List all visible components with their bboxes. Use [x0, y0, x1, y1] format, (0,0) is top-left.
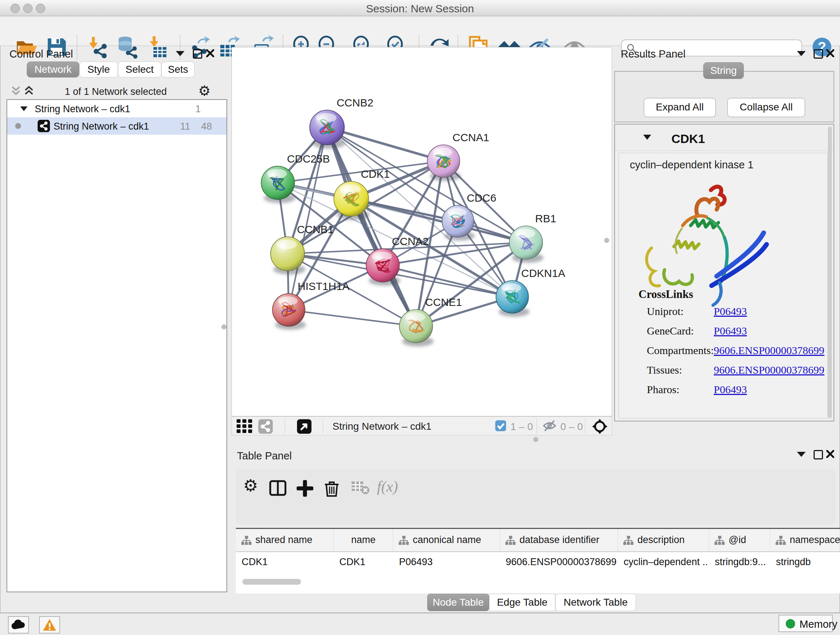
tab-style[interactable]: Style: [79, 62, 118, 78]
crosslink-uniprot[interactable]: P06493: [714, 305, 747, 318]
node-label-CCNA2: CCNA2: [392, 235, 429, 247]
expand-all-chevron-icon[interactable]: [24, 86, 34, 96]
network-node-CCNB2[interactable]: [309, 110, 346, 149]
expand-all-button[interactable]: Expand All: [644, 98, 716, 117]
network-node-CCNE1[interactable]: [399, 310, 434, 347]
column-header-name[interactable]: name: [333, 529, 393, 551]
left-splitter-handle[interactable]: [221, 325, 226, 329]
network-edge-CDK1-RB1[interactable]: [351, 199, 526, 242]
cloud-status-icon[interactable]: [8, 616, 29, 633]
hidden-eye-slash-icon[interactable]: [542, 420, 557, 433]
node-label-RB1: RB1: [535, 212, 556, 225]
table-panel-float-icon[interactable]: [813, 450, 823, 459]
tab-select[interactable]: Select: [118, 62, 161, 78]
string-network-badge-icon: [38, 120, 50, 132]
results-panel-close-icon[interactable]: [826, 49, 834, 57]
table-panel-close-icon[interactable]: [826, 450, 834, 458]
table-cell[interactable]: P06493: [399, 556, 499, 568]
network-share-icon[interactable]: [258, 419, 273, 434]
crosslink-compartments[interactable]: 9606.ENSP00000378699: [714, 344, 824, 356]
results-panel-menu-icon[interactable]: [797, 51, 806, 56]
gene-section-header[interactable]: CDK1: [615, 125, 834, 151]
crosslink-genecard[interactable]: P06493: [714, 325, 747, 337]
column-header-shared-name[interactable]: shared name: [236, 529, 333, 551]
table-cell[interactable]: CDK1: [242, 556, 332, 568]
table-panel-menu-icon[interactable]: [797, 452, 806, 457]
tree-row-network[interactable]: String Network – cdk1 11 48: [7, 117, 226, 135]
column-header-canonical-name[interactable]: canonical name: [393, 529, 500, 551]
network-edge-CCNB2-CCNE1[interactable]: [327, 127, 416, 326]
memory-status-dot-icon: [786, 619, 795, 629]
control-panel-menu-icon[interactable]: [176, 51, 185, 56]
network-edge-HIST1H1A-CCNE1[interactable]: [289, 310, 416, 326]
fit-content-crosshair-icon[interactable]: [592, 418, 608, 436]
network-node-RB1[interactable]: [509, 226, 544, 263]
tree-row-collection[interactable]: String Network – cdk1 1: [7, 100, 226, 117]
results-panel-float-icon[interactable]: [813, 49, 823, 59]
node-table[interactable]: shared namenamecanonical namedatabase id…: [236, 528, 840, 593]
delete-column-icon[interactable]: [324, 480, 339, 499]
grid-view-icon[interactable]: [237, 419, 253, 435]
import-network-icon[interactable]: [85, 35, 109, 59]
function-builder-icon[interactable]: f(x): [377, 478, 398, 495]
tab-node-table[interactable]: Node Table: [427, 594, 489, 611]
network-node-CDK1[interactable]: [334, 181, 370, 220]
node-label-CDC25B: CDC25B: [287, 153, 330, 165]
node-label-CCNE1: CCNE1: [425, 296, 462, 308]
add-column-icon[interactable]: [297, 480, 313, 498]
network-node-CCNA2[interactable]: [366, 249, 401, 286]
network-options-gear-icon[interactable]: ⚙: [198, 84, 210, 98]
table-cell[interactable]: stringdb: [776, 556, 838, 568]
column-header-label: canonical name: [413, 534, 481, 546]
tab-sets[interactable]: Sets: [161, 62, 195, 78]
hidden-nodes-edges-count: 0 – 0: [561, 421, 583, 432]
network-node-CCNA1[interactable]: [427, 145, 461, 181]
right-splitter-handle[interactable]: [604, 238, 609, 243]
tab-edge-table[interactable]: Edge Table: [489, 594, 555, 611]
node-count: 11: [180, 121, 190, 132]
control-panel-title: Control Panel: [9, 48, 73, 60]
crosslink-pharos[interactable]: P06493: [714, 383, 747, 396]
control-panel-close-icon[interactable]: [206, 49, 214, 57]
selected-checkbox-icon[interactable]: [495, 420, 506, 432]
network-node-CDKN1A[interactable]: [496, 280, 530, 317]
control-panel-float-icon[interactable]: [193, 49, 202, 59]
gene-expander-icon[interactable]: [643, 135, 651, 140]
import-database-icon[interactable]: [116, 35, 139, 59]
import-table-icon[interactable]: [146, 35, 169, 59]
column-header-description[interactable]: description: [618, 529, 709, 551]
collapse-all-button[interactable]: Collapse All: [727, 98, 805, 117]
column-type-icon: [398, 535, 409, 546]
table-horizontal-scrollbar[interactable]: [242, 579, 301, 585]
show-columns-icon[interactable]: [269, 480, 286, 497]
column-header-namespace[interactable]: namespace: [770, 529, 840, 551]
results-scrollbar[interactable]: [828, 126, 832, 419]
network-node-CCNB1[interactable]: [271, 237, 306, 274]
delete-table-icon[interactable]: [351, 480, 370, 496]
table-cell[interactable]: CDK1: [339, 556, 392, 568]
memory-button[interactable]: Memory: [778, 615, 833, 632]
table-settings-gear-icon[interactable]: ⚙: [243, 477, 258, 494]
network-node-CDC6[interactable]: [442, 205, 475, 241]
warning-status-icon[interactable]: [39, 616, 60, 633]
column-type-icon: [775, 535, 786, 546]
navbar-separator: [323, 418, 323, 434]
network-canvas[interactable]: CCNB2CCNA1CDC25BCDK1CDC6RB1CCNB1CCNA2CDK…: [232, 47, 612, 416]
crosslink-tissues[interactable]: 9606.ENSP00000378699: [714, 364, 824, 376]
column-header-@id[interactable]: @id: [709, 529, 770, 551]
collapse-all-chevron-icon[interactable]: [11, 86, 21, 96]
table-cell[interactable]: stringdb:9...: [715, 556, 769, 568]
table-cell[interactable]: 9606.ENSP00000378699: [506, 556, 616, 568]
birdseye-view-icon[interactable]: [297, 419, 311, 434]
column-header-label: @id: [729, 534, 746, 546]
network-node-CDC25B[interactable]: [261, 166, 295, 203]
tab-string[interactable]: String: [703, 62, 744, 79]
tab-network[interactable]: Network: [27, 62, 79, 78]
column-header-database-identifier[interactable]: database identifier: [500, 529, 618, 551]
tab-network-table[interactable]: Network Table: [555, 594, 636, 611]
bottom-splitter-handle[interactable]: [533, 437, 538, 442]
table-cell[interactable]: cyclin–dependent ...: [624, 556, 707, 568]
network-node-HIST1H1A[interactable]: [272, 294, 306, 330]
tree-expander-icon[interactable]: [20, 106, 27, 111]
node-label-HIST1H1A: HIST1H1A: [298, 280, 349, 292]
